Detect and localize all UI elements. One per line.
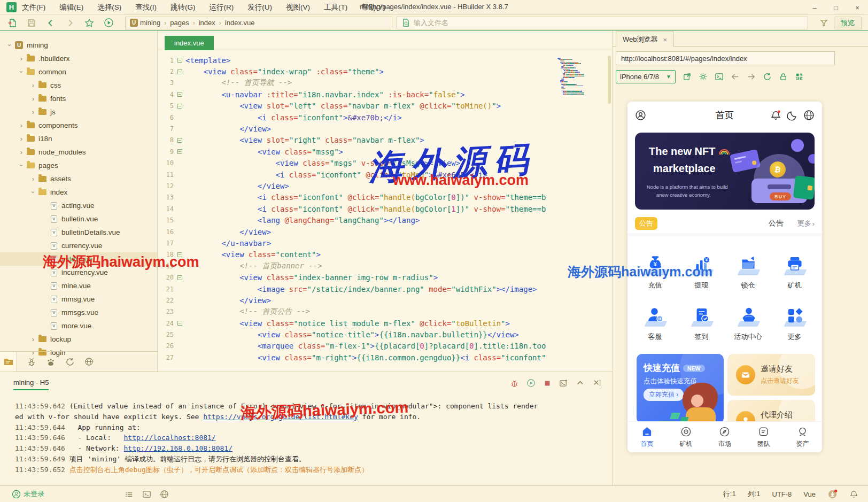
gear-icon[interactable]	[699, 72, 708, 81]
globe-status-icon[interactable]	[160, 490, 169, 499]
chevron-collapsed-icon[interactable]: ›	[17, 148, 26, 156]
tree-folder-assets[interactable]: ›assets	[0, 172, 157, 186]
editor-scrollbar[interactable]	[608, 56, 611, 104]
nav-forward-icon[interactable]	[747, 72, 756, 81]
file-search-box[interactable]	[397, 17, 808, 29]
file-search-input[interactable]	[414, 19, 803, 27]
code-line-14[interactable]: 14 <i class="iconfont" @click="handle(bg…	[158, 203, 612, 214]
stop-icon[interactable]	[543, 379, 552, 388]
tree-folder-fonts[interactable]: ›fonts	[0, 92, 157, 105]
chevron-expanded-icon[interactable]: ›	[6, 41, 14, 50]
fold-marker-icon[interactable]: –	[174, 138, 185, 143]
code-line-6[interactable]: 6 <i class="iconfont">&#xe70b;</i>	[158, 112, 612, 123]
close-button[interactable]: ×	[847, 0, 868, 15]
menu-item-1[interactable]: 编辑(E)	[59, 3, 83, 12]
forward-button[interactable]	[63, 17, 77, 29]
fold-marker-icon[interactable]: –	[174, 69, 185, 74]
line-number[interactable]: 8	[158, 136, 174, 144]
line-number[interactable]: 9	[158, 148, 174, 156]
collapse-panel-icon[interactable]	[576, 379, 585, 388]
cursor-line[interactable]: 行:1	[723, 489, 736, 499]
close-panel-icon[interactable]	[592, 379, 601, 388]
web-globe-icon[interactable]	[84, 357, 94, 366]
breadcrumb-item-index.vue[interactable]: index.vue	[225, 19, 255, 27]
line-number[interactable]: 13	[158, 194, 174, 201]
notice-more-link[interactable]: 更多›	[797, 219, 815, 228]
device-select[interactable]: iPhone 6/7/8 ▼	[616, 70, 676, 83]
feature-更多[interactable]: 更多	[771, 297, 818, 349]
app-tab-市场[interactable]: 市场	[706, 422, 745, 452]
cursor-col[interactable]: 列:1	[748, 489, 761, 499]
sync-refresh-icon[interactable]	[65, 357, 75, 367]
fold-marker-icon[interactable]: –	[174, 149, 185, 154]
menu-item-4[interactable]: 跳转(G)	[170, 3, 196, 12]
code-line-8[interactable]: 8– <view slot="right" class="navbar m-fl…	[158, 135, 612, 146]
code-line-5[interactable]: 5– <view slot="left" class="navbar m-fle…	[158, 101, 612, 112]
line-number[interactable]: 11	[158, 171, 174, 179]
fold-marker-icon[interactable]: –	[174, 92, 185, 97]
menu-item-6[interactable]: 发行(U)	[247, 3, 272, 12]
code-line-11[interactable]: 11 <i class="iconfont" @click="toMsg">&#…	[158, 169, 612, 180]
tree-folder-common[interactable]: ›common	[0, 65, 157, 79]
profile-icon[interactable]	[635, 110, 646, 121]
run-circle-icon[interactable]	[526, 379, 536, 388]
nft-banner[interactable]: The new NFT marketplace Node is a platfo…	[635, 133, 815, 210]
tree-folder-lockup[interactable]: ›lockup	[0, 333, 157, 346]
feature-签到[interactable]: 签到	[678, 297, 725, 349]
feature-锁仓[interactable]: 锁仓	[725, 246, 771, 297]
code-line-7[interactable]: 7 </view>	[158, 123, 612, 134]
line-number[interactable]: 15	[158, 217, 174, 224]
app-tab-首页[interactable]: 首页	[627, 422, 666, 452]
breadcrumb-item-pages[interactable]: pages	[170, 19, 189, 27]
menu-item-5[interactable]: 运行(R)	[210, 3, 234, 12]
line-number[interactable]: 17	[158, 240, 174, 247]
tree-folder-mining[interactable]: ›Umining	[0, 38, 157, 52]
line-number[interactable]: 27	[158, 354, 174, 361]
line-number[interactable]: 21	[158, 285, 174, 293]
menu-item-3[interactable]: 查找(I)	[135, 3, 157, 12]
tree-file-mmsgs.vue[interactable]: Vmmsgs.vue	[0, 306, 157, 319]
terminal-icon[interactable]	[559, 379, 568, 388]
chevron-collapsed-icon[interactable]: ›	[17, 135, 26, 143]
line-number[interactable]: 23	[158, 308, 174, 315]
code-line-27[interactable]: 27 <view class="m-right">{{i18n.common.g…	[158, 352, 612, 363]
tree-folder-index[interactable]: ›index	[0, 186, 157, 199]
tree-folder-components[interactable]: ›components	[0, 119, 157, 132]
breadcrumb[interactable]: U mining›pages›index›index.vue	[125, 17, 392, 29]
paw-emulator-icon[interactable]	[46, 357, 56, 367]
line-number[interactable]: 14	[158, 205, 174, 213]
minimize-button[interactable]: –	[804, 0, 825, 15]
line-number[interactable]: 10	[158, 159, 174, 167]
line-number[interactable]: 16	[158, 228, 174, 236]
feature-提现[interactable]: ¥提现	[678, 246, 725, 297]
chevron-expanded-icon[interactable]: ›	[18, 161, 26, 170]
console-link[interactable]: http://localhost:8081/	[124, 434, 216, 442]
menu-item-7[interactable]: 视图(V)	[286, 3, 310, 12]
moon-theme-icon[interactable]	[787, 110, 798, 121]
line-number[interactable]: 7	[158, 125, 174, 133]
tree-folder-css[interactable]: ›css	[0, 79, 157, 92]
chevron-expanded-icon[interactable]: ›	[18, 68, 26, 76]
line-number[interactable]: 26	[158, 342, 174, 350]
bell-notification-icon[interactable]	[770, 110, 781, 121]
back-button[interactable]	[44, 17, 58, 29]
fold-marker-icon[interactable]: –	[174, 104, 185, 109]
code-line-20[interactable]: 20– <view class="index-banner img-row m-…	[158, 272, 612, 283]
fold-marker-icon[interactable]: –	[174, 58, 185, 63]
line-number[interactable]: 3	[158, 79, 174, 87]
browser-url-field[interactable]: http://localhost:8081/#/pages/index/inde…	[616, 51, 835, 65]
line-number[interactable]: 1	[158, 57, 174, 64]
console-link[interactable]: http://192.168.0.108:8081/	[124, 444, 233, 452]
preview-button[interactable]: 预览	[834, 17, 862, 29]
code-line-10[interactable]: 10 <view class="msgs" v-show="isMsg"></v…	[158, 158, 612, 169]
line-number[interactable]: 2	[158, 68, 174, 75]
tree-folder-node_modules[interactable]: ›node_modules	[0, 145, 157, 159]
code-line-23[interactable]: 23 <!-- 首页公告 -->	[158, 306, 612, 318]
code-editor[interactable]: index.vue 1–<template>2– <view class="in…	[158, 31, 612, 372]
favorite-star-button[interactable]	[82, 17, 96, 29]
tree-folder-js[interactable]: ›js	[0, 105, 157, 119]
tree-folder-pages[interactable]: ›pages	[0, 159, 157, 172]
menu-item-2[interactable]: 选择(S)	[97, 3, 121, 12]
chevron-collapsed-icon[interactable]: ›	[29, 108, 37, 116]
explorer-folder-tab[interactable]	[0, 352, 17, 372]
